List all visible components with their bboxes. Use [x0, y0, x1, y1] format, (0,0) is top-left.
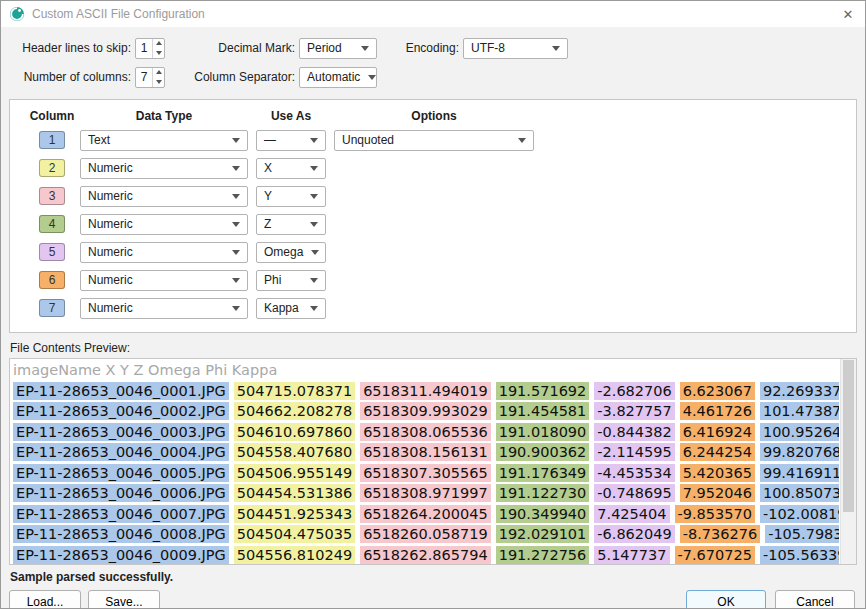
chevron-down-icon: [368, 75, 376, 80]
column-config-row: 4NumericZ: [10, 210, 856, 238]
use-as-select[interactable]: Z: [256, 214, 326, 235]
data-type-select-value: Numeric: [88, 301, 133, 315]
decimal-mark-select[interactable]: Period: [299, 38, 377, 59]
preview-cell: 6518311.494019: [360, 382, 491, 400]
spin-up-icon[interactable]: [153, 39, 164, 49]
use-as-select[interactable]: Kappa: [256, 298, 326, 319]
preview-cell: EP-11-28653_0046_0004.JPG: [13, 443, 229, 461]
preview-cell: EP-11-28653_0046_0007.JPG: [13, 505, 229, 523]
use-as-select[interactable]: Phi: [256, 270, 326, 291]
ok-button[interactable]: OK: [686, 590, 766, 609]
column-badge: 1: [39, 131, 65, 149]
chevron-down-icon: [310, 278, 318, 283]
preview-cell: 504451.925343: [234, 505, 355, 523]
header-lines-label: Header lines to skip:: [9, 41, 131, 55]
use-as-select-value: Omega: [264, 245, 303, 259]
column-separator-select[interactable]: Automatic: [299, 67, 377, 88]
data-type-select[interactable]: Numeric: [80, 158, 248, 179]
chevron-down-icon: [232, 250, 240, 255]
chevron-down-icon: [310, 306, 318, 311]
column-separator-label: Column Separator:: [165, 70, 295, 84]
preview-cell: EP-11-28653_0046_0009.JPG: [13, 546, 229, 564]
preview-cell: 6.623067: [680, 382, 755, 400]
preview-cell: 191.176349: [496, 464, 590, 482]
column-separator-value: Automatic: [307, 70, 360, 84]
data-type-select[interactable]: Numeric: [80, 186, 248, 207]
preview-row: EP-11-28653_0046_0006.JPG504454.53138665…: [13, 483, 839, 504]
vertical-scrollbar[interactable]: [840, 359, 856, 564]
preview-content: imageName X Y Z Omega Phi KappaEP-11-286…: [13, 360, 839, 564]
preview-cell: 191.122730: [496, 484, 590, 502]
preview-cell: 7.952046: [680, 484, 755, 502]
column-badge: 5: [39, 243, 65, 261]
column-badge: 3: [39, 187, 65, 205]
decimal-mark-label: Decimal Mark:: [165, 41, 295, 55]
use-as-select-value: Z: [264, 217, 271, 231]
use-as-select[interactable]: Y: [256, 186, 326, 207]
header-lines-value: 1: [136, 39, 152, 58]
column-config-header: Column Data Type Use As Options: [10, 106, 856, 126]
encoding-select[interactable]: UTF-8: [463, 38, 568, 59]
title-bar: Custom ASCII File Configuration ✕: [1, 1, 865, 27]
preview-cell: 100.952644: [760, 423, 839, 441]
data-type-select[interactable]: Text: [80, 130, 248, 151]
preview-cell: 99.416911: [760, 464, 839, 482]
preview-cell: -7.670725: [675, 546, 755, 564]
options-select[interactable]: Unquoted: [334, 130, 534, 151]
use-as-select-value: Kappa: [264, 301, 299, 315]
preview-cell: EP-11-28653_0046_0008.JPG: [13, 525, 229, 543]
use-as-select[interactable]: Omega: [256, 242, 326, 263]
header-lines-spinner[interactable]: 1: [135, 38, 165, 59]
preview-cell: 6518260.058719: [360, 525, 491, 543]
column-badge: 6: [39, 271, 65, 289]
use-as-select-value: Y: [264, 189, 272, 203]
close-icon[interactable]: ✕: [831, 1, 865, 27]
cancel-button[interactable]: Cancel: [775, 590, 855, 609]
use-as-select[interactable]: X: [256, 158, 326, 179]
preview-cell: EP-11-28653_0046_0003.JPG: [13, 423, 229, 441]
preview-label: File Contents Preview:: [10, 341, 855, 355]
load-button[interactable]: Load...: [9, 590, 81, 609]
decimal-mark-value: Period: [307, 41, 342, 55]
data-type-select[interactable]: Numeric: [80, 214, 248, 235]
preview-row: EP-11-28653_0046_0008.JPG504504.47503565…: [13, 524, 839, 545]
spin-up-icon[interactable]: [153, 68, 164, 78]
chevron-down-icon: [310, 194, 318, 199]
spin-down-icon[interactable]: [153, 77, 164, 87]
column-config-row: 6NumericPhi: [10, 266, 856, 294]
num-columns-spinner[interactable]: 7: [135, 67, 165, 88]
status-text: Sample parsed successfully.: [10, 570, 855, 584]
save-button[interactable]: Save...: [88, 590, 160, 609]
chevron-down-icon: [232, 138, 240, 143]
preview-cell: 504556.810249: [234, 546, 355, 564]
preview-cell: -105.563396: [760, 546, 839, 564]
preview-cell: 5.420365: [680, 464, 755, 482]
data-type-select[interactable]: Numeric: [80, 242, 248, 263]
preview-header-line: imageName X Y Z Omega Phi Kappa: [13, 360, 839, 381]
preview-cell: EP-11-28653_0046_0006.JPG: [13, 484, 229, 502]
data-type-select-value: Numeric: [88, 161, 133, 175]
preview-cell: 504504.475035: [234, 525, 355, 543]
chevron-down-icon: [518, 138, 526, 143]
preview-cell: 504715.078371: [234, 382, 355, 400]
chevron-down-icon: [361, 46, 369, 51]
data-type-select[interactable]: Numeric: [80, 298, 248, 319]
encoding-label: Encoding:: [377, 41, 459, 55]
use-as-select[interactable]: —: [256, 130, 326, 151]
data-type-select[interactable]: Numeric: [80, 270, 248, 291]
preview-cell: 5.147737: [594, 546, 669, 564]
preview-cell: 190.900362: [496, 443, 590, 461]
scrollbar-thumb[interactable]: [843, 360, 854, 512]
preview-cell: 6518308.156131: [360, 443, 491, 461]
preview-cell: 6518264.200045: [360, 505, 491, 523]
controls-row-2: Number of columns: 7 Column Separator: A…: [9, 65, 857, 89]
data-type-select-value: Text: [88, 133, 110, 147]
preview-cell: 100.850735: [760, 484, 839, 502]
spin-down-icon[interactable]: [153, 48, 164, 58]
column-config-row: 1Text—Unquoted: [10, 126, 856, 154]
preview-cell: 504454.531386: [234, 484, 355, 502]
column-badge: 7: [39, 299, 65, 317]
column-config-row: 5NumericOmega: [10, 238, 856, 266]
preview-cell: 191.272756: [496, 546, 590, 564]
num-columns-value: 7: [136, 68, 152, 87]
